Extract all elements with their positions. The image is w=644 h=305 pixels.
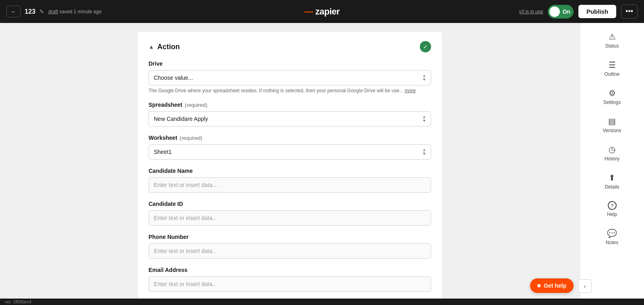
sidebar-label-versions: Versions [603, 128, 621, 133]
status-icon: ⚠ [609, 32, 616, 41]
spreadsheet-field-group: Spreadsheet (required) New Candidare App… [149, 102, 431, 127]
edit-icon[interactable]: ✎ [39, 8, 44, 15]
logo-text: zapier [315, 6, 340, 17]
spreadsheet-select[interactable]: New Candidare Apply [149, 111, 431, 127]
candidate-id-field-group: Candidate ID [149, 201, 431, 226]
draft-info: draft saved 1 minute ago [48, 9, 101, 15]
candidate-name-field-group: Candidate Name [149, 168, 431, 193]
version-info: v3 is in use [519, 9, 543, 15]
saved-info: saved 1 minute ago [59, 9, 101, 15]
drive-field-group: Drive Choose value... ▲ ▼ The Google Dri… [149, 60, 431, 93]
toggle-dot [549, 6, 560, 17]
sidebar-label-notes: Notes [606, 240, 618, 245]
back-button[interactable]: ← [6, 6, 21, 17]
email-address-label: Email Address [149, 267, 431, 273]
drive-select[interactable]: Choose value... [149, 70, 431, 85]
get-help-label: Get help [544, 282, 566, 289]
action-title-row: ▲ Action [149, 43, 180, 51]
action-header: ▲ Action ✓ [149, 41, 431, 52]
header-left: ← 123 ✎ draft saved 1 minute ago [6, 6, 101, 17]
spreadsheet-label: Spreadsheet (required) [149, 102, 431, 108]
toggle-label: On [562, 8, 570, 15]
publish-button[interactable]: Publish [578, 5, 616, 18]
details-icon: ⬆ [609, 173, 615, 183]
spreadsheet-select-wrapper: New Candidare Apply ▲ ▼ [149, 111, 431, 127]
get-help-dot-icon [537, 284, 541, 287]
get-help-button[interactable]: Get help [530, 278, 574, 293]
sidebar-label-settings: Settings [603, 100, 621, 105]
settings-icon: ⚙ [609, 88, 616, 98]
notes-icon: 💬 [607, 228, 617, 238]
action-complete-icon: ✓ [420, 41, 431, 52]
collapse-button[interactable]: ▲ [149, 44, 154, 50]
help-icon: ? [608, 201, 617, 210]
email-address-input[interactable] [149, 276, 431, 292]
candidate-id-input[interactable] [149, 210, 431, 226]
email-address-field-group: Email Address [149, 267, 431, 292]
action-form-panel: ▲ Action ✓ Drive Choose value... ▲ ▼ [137, 31, 443, 299]
spreadsheet-required-tag: (required) [185, 102, 207, 108]
action-title: Action [157, 43, 180, 51]
sidebar-expand-button[interactable]: › [578, 279, 592, 293]
sidebar-item-history[interactable]: ◷ History [580, 139, 644, 167]
drive-hint-more-link[interactable]: more [405, 88, 415, 93]
sidebar-item-help[interactable]: ? Help [580, 195, 644, 223]
zap-name: 123 [25, 8, 35, 15]
sidebar-label-status: Status [605, 43, 619, 49]
outline-icon: ☰ [609, 60, 616, 70]
history-icon: ◷ [609, 145, 615, 154]
worksheet-select[interactable]: Sheet1 [149, 144, 431, 160]
phone-number-input[interactable] [149, 243, 431, 259]
worksheet-select-wrapper: Sheet1 ▲ ▼ [149, 144, 431, 160]
phone-number-field-group: Phone Number [149, 234, 431, 259]
drive-hint: The Google Drive where your spreadsheet … [149, 88, 431, 93]
header-logo: — zapier [304, 6, 340, 17]
back-icon: ← [11, 8, 16, 15]
sidebar-item-versions[interactable]: ▤ Versions [580, 111, 644, 139]
version-link[interactable]: v3 is in use [519, 9, 543, 15]
toggle-button[interactable]: On [548, 5, 573, 19]
drive-label: Drive [149, 60, 431, 67]
worksheet-required-tag: (required) [180, 135, 202, 141]
sidebar-item-status[interactable]: ⚠ Status [580, 26, 644, 54]
candidate-name-input[interactable] [149, 177, 431, 193]
worksheet-field-group: Worksheet (required) Sheet1 ▲ ▼ [149, 135, 431, 160]
sidebar-label-outline: Outline [604, 71, 619, 77]
footer-version: ver. 2f590ec4 [5, 299, 31, 304]
drive-select-wrapper: Choose value... ▲ ▼ [149, 70, 431, 85]
footer: ver. 2f590ec4 [0, 299, 644, 305]
sidebar-label-help: Help [607, 212, 617, 217]
header-right: v3 is in use On Publish ••• [519, 4, 638, 19]
sidebar-label-history: History [605, 156, 619, 162]
sidebar-label-details: Details [605, 184, 619, 190]
sidebar-item-details[interactable]: ⬆ Details [580, 167, 644, 195]
sidebar-item-settings[interactable]: ⚙ Settings [580, 83, 644, 111]
main-layout: ▲ Action ✓ Drive Choose value... ▲ ▼ [0, 23, 644, 299]
sidebar-item-notes[interactable]: 💬 Notes [580, 223, 644, 251]
chevron-right-icon: › [584, 283, 586, 289]
phone-number-label: Phone Number [149, 234, 431, 240]
logo-dash-icon: — [304, 6, 313, 17]
header: ← 123 ✎ draft saved 1 minute ago — zapie… [0, 0, 644, 23]
canvas-area: ▲ Action ✓ Drive Choose value... ▲ ▼ [0, 23, 580, 299]
versions-icon: ▤ [608, 116, 616, 126]
candidate-id-label: Candidate ID [149, 201, 431, 207]
candidate-name-label: Candidate Name [149, 168, 431, 174]
right-sidebar: ⚠ Status ☰ Outline ⚙ Settings ▤ Versions… [580, 23, 644, 299]
more-options-button[interactable]: ••• [621, 4, 638, 19]
draft-link[interactable]: draft [48, 9, 58, 15]
sidebar-item-outline[interactable]: ☰ Outline [580, 54, 644, 83]
worksheet-label: Worksheet (required) [149, 135, 431, 141]
